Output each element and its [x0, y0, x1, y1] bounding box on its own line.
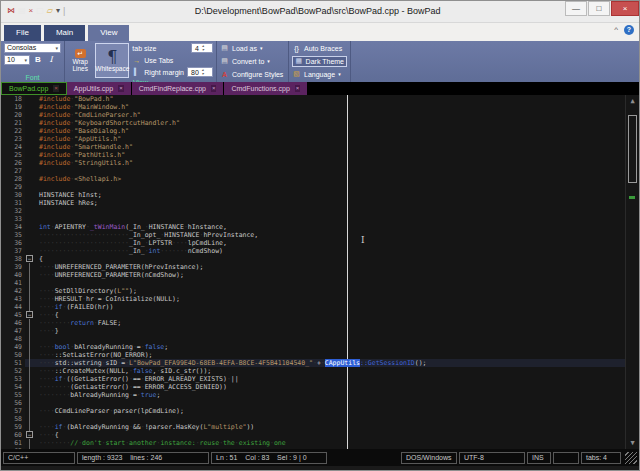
code-line[interactable]: 19#include·"MainWindow.h"	[1, 103, 639, 111]
code-line[interactable]: 37·······················_In_·int·······…	[1, 247, 639, 255]
code-line[interactable]: 27	[1, 167, 639, 175]
bold-button[interactable]: B	[33, 55, 43, 64]
close-tab-icon[interactable]: ×	[211, 85, 217, 92]
scrollbar-thumb[interactable]	[628, 115, 637, 183]
code-line[interactable]: 47····}	[1, 327, 639, 335]
code-line[interactable]: 61········//·don't·start·another·instanc…	[1, 439, 639, 447]
collapse-ribbon-icon[interactable]: ^	[614, 25, 618, 34]
new-doc-icon[interactable]: ▢	[36, 6, 44, 16]
close-tab-icon[interactable]: ×	[295, 85, 301, 92]
right-margin-stepper[interactable]: 80 ▴▾	[187, 67, 213, 77]
fold-collapse-icon[interactable]: −	[26, 311, 33, 318]
maximize-button[interactable]: □	[588, 1, 610, 16]
fold-margin[interactable]: −	[25, 311, 35, 319]
code-token: #include	[39, 151, 70, 159]
wrap-lines-button[interactable]: ↵ Wrap Lines	[68, 43, 92, 78]
auto-braces-button[interactable]: {} Auto Braces	[292, 43, 347, 54]
open-folder-icon[interactable]: ▱	[47, 6, 53, 16]
ribbon-tab-view[interactable]: View	[88, 25, 129, 41]
code-line[interactable]: 29	[1, 183, 639, 191]
doc-tab-cmdfunctions-cpp[interactable]: CmdFunctions.cpp×	[224, 82, 308, 95]
resize-grip[interactable]	[625, 452, 637, 464]
dark-theme-button[interactable]: ▦ Dark Theme	[292, 56, 347, 67]
italic-button[interactable]: I	[46, 55, 56, 64]
code-line[interactable]: 51····std::wstring·sID·=·L"BowPad_EFA99E…	[1, 359, 639, 367]
code-line[interactable]: 56	[1, 399, 639, 407]
font-size-select[interactable]: 10 ▾	[4, 55, 30, 65]
code-line[interactable]: 38−{	[1, 255, 639, 263]
convert-to-button[interactable]: ▤ Convert to ▾	[220, 56, 285, 67]
spin-down-icon[interactable]: ▾	[202, 72, 204, 76]
code-token: HINSTANCE	[39, 191, 74, 199]
doc-tab-bowpad-cpp[interactable]: BowPad.cpp×	[1, 82, 67, 95]
fold-margin	[25, 279, 35, 287]
code-line[interactable]: 20#include·"CmdLineParser.h"	[1, 111, 639, 119]
code-line[interactable]: 59····if·(bAlreadyRunning·&&·!parser.Has…	[1, 423, 639, 431]
font-family-select[interactable]: Consolas ▾	[4, 43, 61, 53]
code-line[interactable]: 35·······················_In_opt_·HINSTA…	[1, 231, 639, 239]
whitespace-button[interactable]: ¶ Whitespace	[95, 43, 129, 78]
ribbon-tab-main[interactable]: Main	[44, 25, 85, 41]
code-line[interactable]: 45−····{	[1, 311, 639, 319]
code-line[interactable]: 31HINSTANCE·hRes;	[1, 199, 639, 207]
scroll-up-icon[interactable]: ▲	[630, 95, 634, 107]
code-line[interactable]: 54········(GetLastError()·==·ERROR_ACCES…	[1, 383, 639, 391]
fold-margin[interactable]: −	[25, 255, 35, 263]
code-line[interactable]: 62	[1, 447, 639, 449]
code-line[interactable]: 32	[1, 207, 639, 215]
code-line[interactable]: 21#include·"KeyboardShortcutHandler.h"	[1, 119, 639, 127]
tab-size-stepper[interactable]: 4 ▴▾	[191, 43, 213, 53]
language-button[interactable]: ▧ Language ▾	[292, 69, 347, 80]
code-line[interactable]: 55········bAlreadyRunning·=·true;	[1, 391, 639, 399]
code-line[interactable]: 24#include·"SmartHandle.h"	[1, 143, 639, 151]
code-line[interactable]: 52····::CreateMutex(NULL,·false,·sID.c_s…	[1, 367, 639, 375]
code-line[interactable]: 25#include·"PathUtils.h"	[1, 151, 639, 159]
vertical-scrollbar[interactable]: ▲ ▼	[625, 95, 639, 449]
use-tabs-button[interactable]: → Use Tabs	[132, 55, 213, 66]
code-text: #include·"BowPad.h"	[35, 95, 113, 103]
configure-styles-button[interactable]: A Configure Styles	[220, 69, 285, 80]
code-line[interactable]: 40····UNREFERENCED_PARAMETER(nCmdShow);	[1, 271, 639, 279]
code-line[interactable]: 28#include·<Shellapi.h>	[1, 175, 639, 183]
code-line[interactable]: 26#include·"StringUtils.h"	[1, 159, 639, 167]
code-line[interactable]: 36·······················_In_·LPTSTR····…	[1, 239, 639, 247]
code-line[interactable]: 49····bool·bAlreadyRunning·=·false;	[1, 343, 639, 351]
fold-collapse-icon[interactable]: −	[26, 255, 33, 262]
code-line[interactable]: 53····if·((GetLastError()·==·ERROR_ALREA…	[1, 375, 639, 383]
code-line[interactable]: 50····::SetLastError(NO_ERROR);	[1, 351, 639, 359]
ribbon-tab-file[interactable]: File	[4, 25, 41, 41]
code-line[interactable]: 30HINSTANCE·hInst;	[1, 191, 639, 199]
code-line[interactable]: 43····HRESULT·hr·=·CoInitialize(NULL);	[1, 295, 639, 303]
code-line[interactable]: 33	[1, 215, 639, 223]
qat-dropdown-icon[interactable]: ▾	[56, 6, 60, 16]
doc-tab-cmdfindreplace-cpp[interactable]: CmdFindReplace.cpp×	[132, 82, 225, 95]
scroll-down-icon[interactable]: ▼	[630, 437, 634, 449]
code-line[interactable]: 44····if·(FAILED(hr))	[1, 303, 639, 311]
close-tab-icon[interactable]: ×	[53, 85, 59, 92]
code-line[interactable]: 42····SetDllDirectory(L"");	[1, 287, 639, 295]
close-tab-icon[interactable]: ×	[118, 85, 124, 92]
code-line[interactable]: 23#include·"AppUtils.h"	[1, 135, 639, 143]
line-number: 46	[1, 319, 25, 327]
code-line[interactable]: 48	[1, 335, 639, 343]
code-editor[interactable]: 18#include·"BowPad.h"19#include·"MainWin…	[1, 95, 639, 449]
spin-down-icon[interactable]: ▾	[202, 48, 204, 52]
code-line[interactable]: 39····UNREFERENCED_PARAMETER(hPrevInstan…	[1, 263, 639, 271]
doc-tab-apputils-cpp[interactable]: AppUtils.cpp×	[67, 82, 132, 95]
code-line[interactable]: 18#include·"BowPad.h"	[1, 95, 639, 103]
save-icon[interactable]: ▤	[18, 6, 26, 16]
code-line[interactable]: 58	[1, 415, 639, 423]
code-line[interactable]: 41	[1, 279, 639, 287]
close-button[interactable]: ×	[611, 1, 639, 16]
code-line[interactable]: 34int·APIENTRY·_tWinMain(_In_·HINSTANCE·…	[1, 223, 639, 231]
close-doc-icon[interactable]: ×	[29, 6, 34, 16]
code-line[interactable]: 57····CCmdLineParser·parser(lpCmdLine);	[1, 407, 639, 415]
code-line[interactable]: 60−····{	[1, 431, 639, 439]
fold-margin[interactable]: −	[25, 431, 35, 439]
fold-collapse-icon[interactable]: −	[26, 431, 33, 438]
help-icon[interactable]: ?	[624, 25, 634, 35]
code-line[interactable]: 46········return·FALSE;	[1, 319, 639, 327]
code-line[interactable]: 22#include·"BaseDialog.h"	[1, 127, 639, 135]
load-as-button[interactable]: ▤ Load as ▾	[220, 43, 285, 54]
minimize-button[interactable]: —	[565, 1, 587, 16]
